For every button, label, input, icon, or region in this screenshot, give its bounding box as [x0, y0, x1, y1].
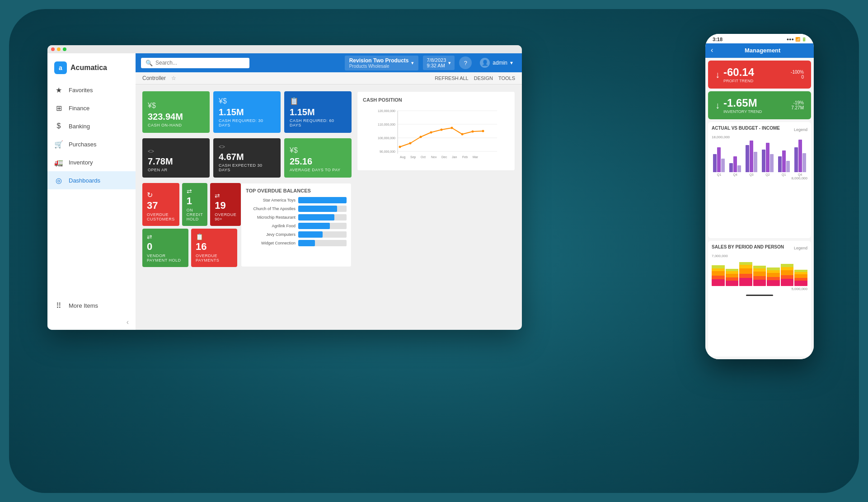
- design-button[interactable]: DESIGN: [474, 75, 493, 81]
- top-overdue-section: TOP OVERDUE BALANCES Star America Toys C…: [241, 183, 352, 267]
- bar-q4-2: [733, 156, 737, 172]
- bar-q2-1: [762, 150, 765, 172]
- overdue-90-card[interactable]: ⇄ 19 OVERDUE 90+: [210, 183, 241, 226]
- cash-required-30-value: 1.15M: [219, 107, 275, 117]
- sidebar-item-favorites[interactable]: ★ Favorites: [47, 81, 136, 99]
- bar-q1b-1: [778, 156, 782, 172]
- sub-toolbar: Controller ☆ REFRESH ALL DESIGN TOOLS: [136, 72, 522, 84]
- svg-point-24: [472, 131, 474, 133]
- cash-chart-svg: 120,000,000 110,000,000 100,000,000 90,0…: [363, 106, 509, 165]
- logo-icon: a: [54, 61, 67, 74]
- overdue-customers-card[interactable]: ↻ 37 OVERDUE CUSTOMERS: [142, 183, 179, 226]
- svg-point-22: [451, 127, 453, 129]
- sidebar-item-finance[interactable]: ⊞ Finance: [47, 99, 136, 117]
- bar-q4-1: [729, 163, 733, 172]
- search-box[interactable]: 🔍: [141, 58, 249, 68]
- truck-icon: 🚛: [54, 158, 63, 167]
- sales-chart-legend: Legend: [794, 246, 807, 250]
- tools-button[interactable]: TOOLS: [498, 75, 515, 81]
- user-chevron-icon: ▾: [510, 60, 513, 66]
- bar-label-2: Microchip Restaurant: [246, 215, 296, 220]
- left-column: ¥$ 323.94M CASH ON-HAND ¥$ 1.15M CASH RE…: [142, 91, 352, 267]
- profit-down-arrow: ↓: [715, 70, 720, 80]
- inventory-trend-left: ↓ -1.65M INVENTORY TREND: [715, 97, 762, 114]
- bar-fill-1: [298, 206, 337, 212]
- sidebar-item-banking[interactable]: $ Banking: [47, 117, 136, 135]
- sales-chart-section: SALES BY PERIOD AND PERSON Legend 7,000,…: [708, 241, 811, 357]
- sidebar-item-more[interactable]: ⠿ More Items: [47, 296, 136, 314]
- income-chart-title: ACTUAL VS BUDGET - INCOME: [712, 126, 780, 131]
- income-chart-section: ACTUAL VS BUDGET - INCOME Legend 18,000,…: [708, 122, 811, 238]
- profit-trend-card[interactable]: ↓ -60.14 PROFIT TREND -100% 0: [708, 61, 811, 89]
- open-ar-value: 7.78M: [148, 156, 204, 166]
- bar-q3-1: [746, 145, 749, 172]
- user-selector[interactable]: 👤 admin ▾: [476, 56, 516, 70]
- svg-point-18: [409, 142, 412, 145]
- overdue-row-1: ↻ 37 OVERDUE CUSTOMERS ⇄ 1 ON CREDIT HOL…: [142, 183, 237, 226]
- profit-trend-info: -60.14 PROFIT TREND: [723, 66, 754, 83]
- inventory-trend-info: -1.65M INVENTORY TREND: [723, 97, 762, 114]
- metric-cash-expected[interactable]: <> 4.67M CASH EXPECTED 30 DAYS: [213, 138, 281, 178]
- grid-icon: ⊞: [54, 103, 63, 113]
- cash-position-section: CASH POSITION: [357, 91, 515, 171]
- income-chart-legend-label: Legend: [794, 127, 807, 132]
- sidebar-item-dashboards[interactable]: ◎ Dashboards: [47, 171, 136, 189]
- vendor-payment-hold-card[interactable]: ⇄ 0 VENDOR PAYMENT HOLD: [142, 229, 188, 267]
- close-dot[interactable]: [51, 47, 55, 51]
- svg-text:Feb: Feb: [462, 155, 468, 159]
- refresh-all-button[interactable]: REFRESH ALL: [435, 75, 469, 81]
- metric-avg-days[interactable]: ¥$ 25.16 AVERAGE DAYS TO PAY: [284, 138, 352, 178]
- date-value: 7/8/2023: [427, 57, 446, 63]
- dashboard-content: ¥$ 323.94M CASH ON-HAND ¥$ 1.15M CASH RE…: [136, 84, 522, 330]
- phone-home-bar: [746, 295, 773, 296]
- svg-text:90,000,000: 90,000,000: [380, 150, 395, 153]
- minimize-dot[interactable]: [57, 47, 61, 51]
- date-selector[interactable]: 7/8/2023 9:32 AM ▾: [423, 56, 455, 70]
- bar-track-3: [298, 223, 347, 229]
- on-credit-hold-card[interactable]: ⇄ 1 ON CREDIT HOLD: [182, 183, 207, 226]
- phone-time: 3:18: [713, 37, 723, 42]
- maximize-dot[interactable]: [63, 47, 66, 51]
- sidebar-item-inventory[interactable]: 🚛 Inventory: [47, 153, 136, 171]
- kpi-cash-required-30[interactable]: ¥$ 1.15M CASH REQUIRED: 30 DAYS: [213, 91, 281, 133]
- bar-label-3: Agrilink Food: [246, 224, 296, 228]
- phone-header: ‹ Management: [705, 43, 814, 58]
- refresh-icon: ↻: [147, 191, 175, 199]
- bar-fill-3: [298, 223, 330, 229]
- favorite-star-icon[interactable]: ☆: [171, 75, 176, 81]
- bar-q1-2: [717, 147, 721, 172]
- sidebar-item-purchases[interactable]: 🛒 Purchases: [47, 135, 136, 153]
- avg-days-label: AVERAGE DAYS TO PAY: [290, 168, 346, 172]
- overdue-payments-card[interactable]: 📋 16 OVERDUE PAYMENTS: [191, 229, 237, 267]
- cash-required-60-label: CASH REQUIRED: 60 DAYS: [290, 118, 346, 127]
- stacked-bar-6: [781, 263, 794, 286]
- bar-q4b-3: [802, 153, 806, 172]
- on-credit-hold-value: 1: [187, 196, 203, 206]
- kpi-cash-on-hand[interactable]: ¥$ 323.94M CASH ON-HAND: [142, 91, 210, 133]
- company-sub: Products Wholesale: [349, 64, 409, 69]
- svg-text:100,000,000: 100,000,000: [378, 136, 395, 140]
- metric-open-ar[interactable]: <> 7.78M OPEN AR: [142, 138, 210, 178]
- bar-track-5: [298, 240, 347, 246]
- bar-q2-3: [770, 154, 774, 172]
- svg-point-23: [461, 133, 464, 136]
- stacked-bar-4: [753, 264, 766, 286]
- income-bar-chart: Q1 Q4: [712, 140, 807, 176]
- company-name: Revision Two Products: [349, 57, 409, 64]
- kpi-cash-required-60[interactable]: 📋 1.15M CASH REQUIRED: 60 DAYS: [284, 91, 352, 133]
- bar-track-0: [298, 197, 347, 203]
- phone-header-title: Management: [717, 47, 808, 54]
- overdue-bars: Star America Toys Church of The Apostles: [246, 197, 347, 246]
- inventory-trend-card[interactable]: ↓ -1.65M INVENTORY TREND -19% 7.27M: [708, 91, 811, 119]
- help-button[interactable]: ?: [459, 56, 472, 69]
- svg-text:Oct: Oct: [421, 155, 426, 159]
- main-area: 🔍 Revision Two Products Products Wholesa…: [136, 53, 522, 330]
- phone-back-button[interactable]: ‹: [711, 46, 713, 54]
- company-selector[interactable]: Revision Two Products Products Wholesale…: [345, 56, 419, 70]
- bar-fill-5: [298, 240, 315, 246]
- bar-q3-3: [754, 152, 757, 172]
- search-input[interactable]: [155, 60, 245, 66]
- sidebar-collapse-btn[interactable]: ‹: [47, 314, 136, 330]
- profit-trend-change: -100% 0: [791, 70, 804, 80]
- svg-text:Mar: Mar: [473, 155, 479, 159]
